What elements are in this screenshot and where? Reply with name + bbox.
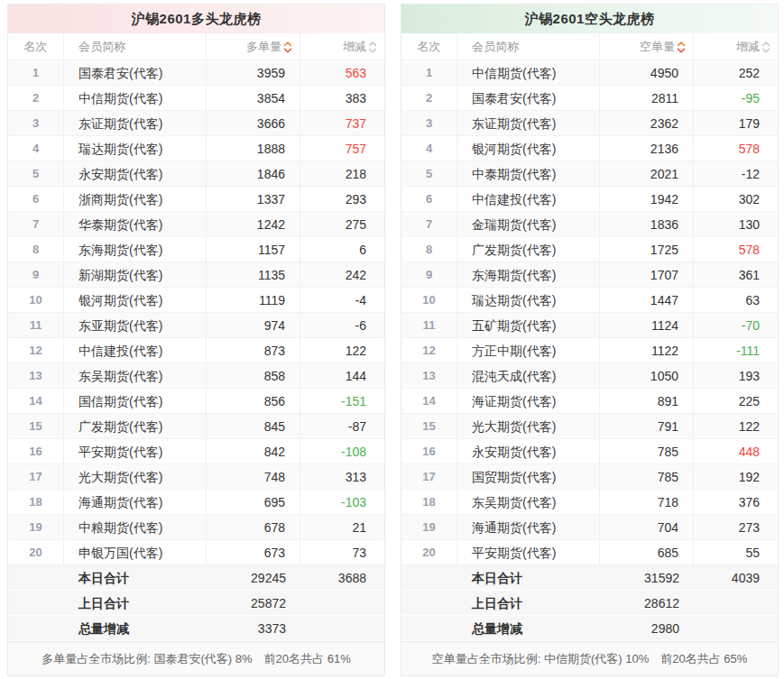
- volume-cell: 3959: [207, 60, 300, 86]
- volume-cell: 1846: [207, 161, 300, 187]
- summary-row: 上日合计 25872: [8, 591, 384, 616]
- volume-cell: 4950: [600, 60, 694, 86]
- col-header-change-sort[interactable]: 增减: [694, 33, 778, 60]
- change-cell: 293: [300, 187, 384, 212]
- member-cell: 银河期货(代客): [457, 136, 600, 161]
- volume-cell: 873: [207, 338, 300, 363]
- volume-cell: 673: [207, 540, 300, 565]
- sort-icon: [677, 40, 686, 55]
- change-cell: 122: [694, 414, 778, 439]
- volume-cell: 785: [600, 439, 694, 464]
- rank-cell: 2: [401, 86, 457, 111]
- col-header-change-label: 增减: [343, 33, 366, 60]
- change-cell: 275: [300, 212, 384, 237]
- long-board-column-headers: 名次 会员简称 多单量 增减: [8, 33, 384, 60]
- volume-cell: 1888: [207, 136, 300, 161]
- member-cell: 中粮期货(代客): [64, 515, 207, 540]
- volume-cell: 1157: [207, 237, 300, 262]
- member-cell: 五矿期货(代客): [457, 313, 600, 338]
- summary-change-cell: [694, 591, 778, 616]
- member-cell: 中信期货(代客): [64, 86, 207, 111]
- member-cell: 东亚期货(代客): [64, 313, 207, 338]
- rank-cell: 7: [401, 212, 457, 237]
- member-cell: 东证期货(代客): [64, 111, 207, 136]
- volume-cell: 791: [600, 414, 694, 439]
- summary-row: 本日合计 29245 3688: [8, 565, 384, 591]
- member-cell: 东证期货(代客): [457, 111, 600, 136]
- rank-cell: 11: [401, 313, 457, 338]
- member-cell: 海证期货(代客): [457, 389, 600, 414]
- rank-cell: 13: [8, 363, 64, 389]
- volume-cell: 1707: [600, 262, 694, 288]
- rank-cell: 10: [401, 288, 457, 313]
- rank-cell: 17: [8, 464, 64, 490]
- volume-cell: 3854: [207, 86, 300, 111]
- change-cell: 737: [300, 111, 384, 136]
- col-header-volume-sort[interactable]: 空单量: [600, 33, 694, 60]
- table-row: 3 东证期货(代客) 2362 179: [401, 111, 778, 136]
- summary-label-cell: 总量增减: [457, 616, 600, 641]
- change-cell: 179: [694, 111, 778, 136]
- rank-cell: 14: [401, 389, 457, 414]
- member-cell: 瑞达期货(代客): [64, 136, 207, 161]
- volume-cell: 685: [600, 540, 694, 565]
- short-position-board: 沪锡2601空头龙虎榜 名次 会员简称 空单量 增减 1 中信期货(代客) 49…: [401, 4, 779, 676]
- change-cell: -12: [694, 161, 778, 187]
- table-row: 8 东海期货(代客) 1157 6: [8, 237, 384, 262]
- member-cell: 中信期货(代客): [457, 60, 600, 86]
- summary-label-cell: 本日合计: [457, 565, 600, 591]
- change-cell: -87: [300, 414, 384, 439]
- table-row: 6 浙商期货(代客) 1337 293: [8, 187, 384, 212]
- member-cell: 永安期货(代客): [457, 439, 600, 464]
- sort-inactive-icon: [761, 40, 770, 55]
- volume-cell: 1122: [600, 338, 694, 363]
- col-header-change-sort[interactable]: 增减: [300, 33, 384, 60]
- rank-cell: 5: [8, 161, 64, 187]
- volume-cell: 974: [207, 313, 300, 338]
- member-cell: 东海期货(代客): [64, 237, 207, 262]
- summary-label-cell: 上日合计: [457, 591, 600, 616]
- change-cell: 225: [694, 389, 778, 414]
- long-board-summary: 本日合计 29245 3688 上日合计 25872 总量增减 3373: [8, 565, 384, 641]
- member-cell: 中泰期货(代客): [457, 161, 600, 187]
- table-row: 2 中信期货(代客) 3854 383: [8, 86, 384, 111]
- volume-cell: 2811: [600, 86, 694, 111]
- rank-cell: 3: [8, 111, 64, 136]
- sort-inactive-icon: [368, 40, 377, 55]
- member-cell: 混沌天成(代客): [457, 363, 600, 389]
- col-header-volume-sort[interactable]: 多单量: [207, 33, 300, 60]
- rank-cell: 20: [8, 540, 64, 565]
- long-board-title: 沪锡2601多头龙虎榜: [8, 5, 384, 33]
- summary-change-cell: 3688: [300, 565, 384, 591]
- table-row: 16 平安期货(代客) 842 -108: [8, 439, 384, 464]
- member-cell: 光大期货(代客): [457, 414, 600, 439]
- volume-cell: 748: [207, 464, 300, 490]
- table-row: 4 瑞达期货(代客) 1888 757: [8, 136, 384, 161]
- table-row: 14 海证期货(代客) 891 225: [401, 389, 778, 414]
- col-header-change-label: 增减: [736, 33, 760, 60]
- volume-cell: 2021: [600, 161, 694, 187]
- short-board-rows: 1 中信期货(代客) 4950 252 2 国泰君安(代客) 2811 -95 …: [401, 60, 778, 565]
- sort-icon: [761, 40, 770, 55]
- summary-spacer: [401, 616, 457, 641]
- change-cell: -70: [694, 313, 778, 338]
- table-row: 11 东亚期货(代客) 974 -6: [8, 313, 384, 338]
- rank-cell: 6: [401, 187, 457, 212]
- table-row: 5 中泰期货(代客) 2021 -12: [401, 161, 778, 187]
- change-cell: 273: [694, 515, 778, 540]
- rank-cell: 16: [8, 439, 64, 464]
- table-row: 9 东海期货(代客) 1707 361: [401, 262, 778, 288]
- change-cell: 448: [694, 439, 778, 464]
- change-cell: 6: [300, 237, 384, 262]
- member-cell: 平安期货(代客): [457, 540, 600, 565]
- member-cell: 海通期货(代客): [64, 490, 207, 515]
- rank-cell: 20: [401, 540, 457, 565]
- member-cell: 中信建投(代客): [64, 338, 207, 363]
- table-row: 13 东吴期货(代客) 858 144: [8, 363, 384, 389]
- summary-row: 总量增减 2980: [401, 616, 778, 641]
- rank-cell: 15: [8, 414, 64, 439]
- rank-cell: 2: [8, 86, 64, 111]
- summary-spacer: [401, 591, 457, 616]
- summary-spacer: [401, 565, 457, 591]
- volume-cell: 856: [207, 389, 300, 414]
